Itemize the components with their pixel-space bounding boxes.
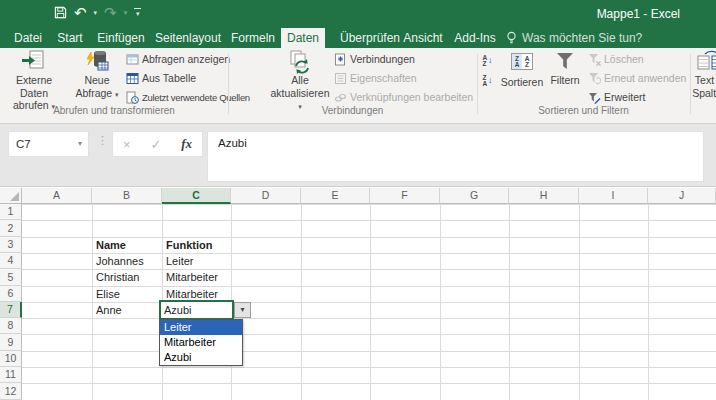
gridline [22, 367, 716, 368]
gridline [22, 383, 716, 384]
validation-dropdown-list: LeiterMitarbeiterAzubi [159, 319, 243, 366]
reapply-filter-icon [588, 72, 601, 85]
row-header-2[interactable]: 2 [0, 220, 22, 237]
insert-function-icon[interactable]: fx [181, 136, 192, 152]
dropdown-item-azubi[interactable]: Azubi [160, 350, 242, 365]
tab-start[interactable]: Start [50, 28, 90, 48]
text-in-spalten-button[interactable]: Text in Spalten [688, 50, 716, 99]
name-box[interactable]: C7 ▾ [8, 131, 89, 157]
eigenschaften-button: Eigenschaften [334, 70, 417, 86]
column-header-C[interactable]: C [162, 188, 231, 204]
dropdown-item-mitarbeiter[interactable]: Mitarbeiter [160, 335, 242, 350]
abfragen-anzeigen-button[interactable]: Abfragen anzeigen [126, 51, 230, 67]
tab-ansicht[interactable]: Ansicht [398, 28, 448, 48]
cell-C4[interactable]: Leiter [166, 254, 194, 269]
gridline [22, 204, 716, 205]
cell-B4[interactable]: Johannes [96, 254, 144, 269]
cell-B6[interactable]: Elise [96, 287, 120, 302]
cell-B5[interactable]: Christian [96, 270, 139, 285]
column-header-E[interactable]: E [301, 188, 370, 204]
row-header-6[interactable]: 6 [0, 286, 22, 302]
verbindungen-button[interactable]: Verbindungen [334, 51, 415, 67]
cancel-icon: × [123, 137, 131, 152]
active-cell-C7[interactable]: Azubi [159, 300, 234, 320]
ribbon: Externe Daten abrufen ▾ Neue Abfrage ▾ [0, 48, 716, 124]
formula-input[interactable]: Azubi [207, 131, 704, 182]
column-header-F[interactable]: F [370, 188, 440, 204]
sort-az-button[interactable]: AZ ↓ [479, 52, 496, 69]
redo-icon[interactable]: ↷ [104, 5, 117, 20]
select-all-corner[interactable] [0, 188, 22, 204]
verknuepfungen-bearbeiten-button: Verknüpfungen bearbeiten [334, 89, 473, 105]
text-to-columns-icon [697, 50, 716, 74]
row-header-7[interactable]: 7 [0, 302, 22, 318]
externe-daten-abrufen-button[interactable]: Externe Daten abrufen ▾ [2, 50, 66, 114]
excel-window: ↶ ▾ ↷ ▾ ▾ Mappe1 - Excel DateiStartEinfü… [0, 0, 716, 400]
row-header-11[interactable]: 11 [0, 367, 22, 383]
row-header-1[interactable]: 1 [0, 204, 22, 220]
enter-icon: ✓ [150, 137, 161, 152]
tab-seitenlayout[interactable]: Seitenlayout [152, 28, 224, 48]
column-header-G[interactable]: G [440, 188, 509, 204]
cell-B7[interactable]: Anne [96, 303, 122, 318]
cell-B3[interactable]: Name [96, 238, 126, 253]
name-box-caret-icon[interactable]: ▾ [78, 132, 82, 156]
cell-C3[interactable]: Funktion [166, 238, 212, 253]
aus-tabelle-button[interactable]: Aus Tabelle [126, 70, 196, 86]
select-all-triangle-icon [10, 192, 19, 201]
neue-abfrage-button[interactable]: Neue Abfrage ▾ [70, 50, 124, 101]
connections-icon [334, 53, 347, 66]
gridline [22, 220, 716, 221]
row-header-9[interactable]: 9 [0, 334, 22, 351]
tab-daten[interactable]: Daten [281, 28, 325, 48]
save-icon[interactable] [54, 6, 67, 19]
tab-add-ins[interactable]: Add-Ins [450, 28, 500, 48]
cell-C5[interactable]: Mitarbeiter [166, 270, 218, 285]
sortieren-button[interactable]: ZA AZ Sortieren [499, 50, 545, 89]
ribbon-tab-strip: DateiStartEinfügenSeitenlayoutFormelnDat… [0, 28, 716, 48]
formula-bar-splitter-icon[interactable]: ⋮ [97, 134, 108, 147]
advanced-filter-icon [588, 91, 601, 104]
erweitert-button[interactable]: Erweitert [588, 89, 645, 105]
formula-bar: C7 ▾ ⋮ × ✓ fx Azubi [0, 124, 716, 186]
tab-datei[interactable]: Datei [6, 28, 50, 48]
new-query-icon [84, 50, 110, 74]
undo-dropdown-icon[interactable]: ▾ [94, 9, 98, 16]
column-header-J[interactable]: J [648, 188, 716, 204]
column-header-A[interactable]: A [22, 188, 92, 204]
formula-buttons: × ✓ fx [112, 131, 203, 157]
column-header-B[interactable]: B [92, 188, 162, 204]
filter-icon [554, 52, 576, 71]
dropdown-caret-icon: ▾ [115, 91, 119, 98]
row-header-4[interactable]: 4 [0, 253, 22, 269]
in-cell-dropdown-button[interactable]: ▾ [234, 302, 251, 318]
dropdown-item-leiter[interactable]: Leiter [160, 320, 242, 335]
gridline [22, 351, 716, 352]
worksheet-grid: ABCDEFGHIJ 123456789101112 NameFunktionJ… [0, 186, 716, 400]
tab-einf-gen[interactable]: Einfügen [94, 28, 148, 48]
recent-sources-icon [126, 91, 139, 104]
tell-me-box[interactable]: Was möchten Sie tun? [522, 28, 642, 48]
row-header-8[interactable]: 8 [0, 318, 22, 334]
window-title: Mappe1 - Excel [597, 7, 680, 21]
sort-za-button[interactable]: ZA ↓ [479, 72, 496, 89]
gridline [22, 302, 716, 303]
tab--berpr-fen[interactable]: Überprüfen [336, 28, 404, 48]
sort-down-arrow-icon: ↓ [488, 56, 493, 65]
filtern-button[interactable]: Filtern [545, 50, 585, 87]
loeschen-button: Löschen [588, 51, 644, 67]
tab-formeln[interactable]: Formeln [228, 28, 278, 48]
clear-filter-icon [588, 53, 601, 66]
column-header-H[interactable]: H [509, 188, 579, 204]
column-header-D[interactable]: D [231, 188, 301, 204]
undo-icon[interactable]: ↶ [74, 5, 87, 20]
edit-links-icon [334, 91, 347, 104]
zuletzt-verwendete-quellen-button[interactable]: Zuletzt verwendete Quellen [126, 89, 250, 105]
row-header-3[interactable]: 3 [0, 237, 22, 253]
row-header-5[interactable]: 5 [0, 269, 22, 286]
column-header-I[interactable]: I [579, 188, 648, 204]
customize-qat-icon[interactable]: ▾ [134, 8, 141, 17]
row-header-10[interactable]: 10 [0, 351, 22, 367]
alle-aktualisieren-button[interactable]: Alle aktualisieren ▾ [268, 50, 332, 114]
row-header-12[interactable]: 12 [0, 383, 22, 400]
